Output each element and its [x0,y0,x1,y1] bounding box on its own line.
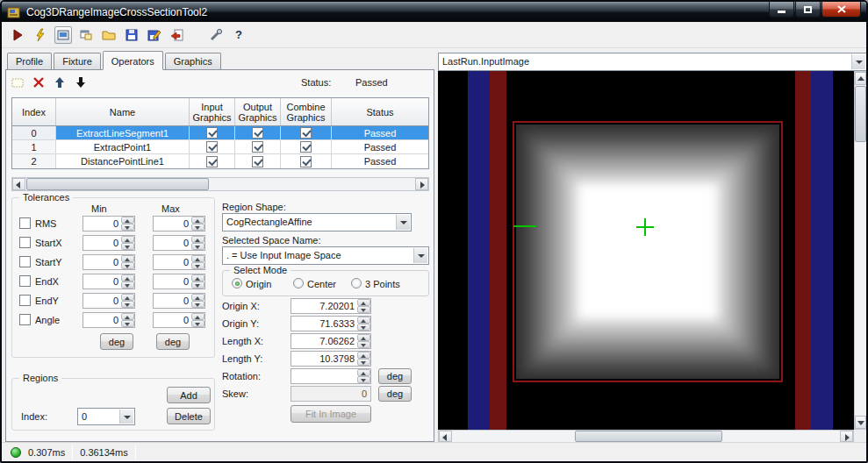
save-button[interactable] [123,26,140,44]
mode-3points-radio[interactable] [351,278,362,288]
spin-up-button[interactable] [357,369,370,376]
dropdown-arrow-icon[interactable] [851,54,865,69]
output-graphics-checkbox[interactable] [252,127,263,139]
row-index-cell[interactable]: 1 [12,140,56,153]
tolerance-endy-checkbox[interactable] [19,295,31,306]
value[interactable]: 0 [154,236,191,250]
region-index-dropdown[interactable]: 0 [77,408,135,425]
mode-origin-label[interactable]: Origin [246,279,271,289]
add-region-button[interactable]: Add [167,387,211,403]
spin-down-button[interactable] [357,341,370,348]
close-button[interactable] [821,2,861,18]
tolerance-endx-min-updown[interactable]: 0 [82,274,135,289]
tab-profile[interactable]: Profile [7,53,52,69]
dropdown-arrow-icon[interactable] [119,410,133,424]
origin-y-updown[interactable]: 71.6333 [291,316,371,331]
tolerance-angle-checkbox[interactable] [19,314,31,325]
space-name-dropdown[interactable]: . = Use Input Image Space [222,246,429,265]
tolerance-startx-min-updown[interactable]: 0 [82,235,135,251]
value[interactable]: 0 [83,236,121,250]
combine-graphics-checkbox[interactable] [300,127,312,139]
rotation-updown[interactable] [291,368,371,384]
spin-up-button[interactable] [121,313,134,320]
tolerance-angle-max-updown[interactable]: 0 [153,312,205,328]
mode-center-radio[interactable] [293,278,304,288]
spin-up-button[interactable] [357,352,370,359]
rotation-unit-button[interactable]: deg [378,368,412,384]
spin-up-button[interactable] [191,217,204,224]
dropdown-arrow-icon[interactable] [413,248,427,263]
row-index-cell[interactable]: 0 [12,126,56,139]
range-image-viewport[interactable] [438,71,854,430]
output-graphics-checkbox[interactable] [252,141,263,153]
length-y-updown[interactable]: 10.3798 [291,351,371,367]
spin-down-button[interactable] [121,243,134,250]
spin-down-button[interactable] [191,224,204,231]
spin-down-button[interactable] [121,224,134,231]
scroll-down-button[interactable] [855,416,866,429]
spin-up-button[interactable] [191,274,204,281]
spin-down-button[interactable] [357,324,370,331]
value[interactable]: 0 [83,294,121,308]
spin-down-button[interactable] [357,376,370,383]
scroll-right-button[interactable] [415,178,428,190]
spin-down-button[interactable] [191,320,204,327]
tolerance-starty-checkbox[interactable] [19,256,31,267]
tolerance-starty-min-updown[interactable]: 0 [82,254,135,270]
spin-down-button[interactable] [121,262,134,269]
value[interactable]: 0 [154,274,191,288]
spin-up-button[interactable] [121,274,134,281]
rotation-value[interactable] [291,369,357,383]
run-once-button[interactable] [32,26,49,44]
region-shape-dropdown[interactable]: CogRectangleAffine [222,213,412,232]
origin-y-value[interactable]: 71.6333 [291,317,357,331]
add-operator-button[interactable] [10,75,25,90]
dropdown-arrow-icon[interactable] [396,215,410,230]
value[interactable]: 0 [154,313,191,327]
mode-center-label[interactable]: Center [307,279,336,289]
column-header-output-graphics[interactable]: Output Graphics [235,98,281,125]
maximize-button[interactable] [795,2,821,18]
operator-row[interactable]: 0 ExtractLineSegment1 Passed [12,126,428,140]
spin-down-button[interactable] [191,243,204,250]
tolerance-endx-checkbox[interactable] [19,275,31,287]
minimize-button[interactable] [769,2,794,18]
input-graphics-checkbox[interactable] [206,156,218,167]
operator-name-cell[interactable]: ExtractLineSegment1 [56,126,190,139]
tolerance-endx-max-updown[interactable]: 0 [153,274,205,289]
output-graphics-checkbox[interactable] [252,156,263,167]
spin-up-button[interactable] [121,294,134,301]
move-up-button[interactable] [52,75,68,90]
float-window-button[interactable] [77,26,95,44]
column-header-index[interactable]: Index [12,98,56,125]
origin-x-value[interactable]: 7.20201 [291,299,357,313]
image-vertical-scrollbar[interactable] [854,71,867,430]
run-button[interactable] [9,26,26,44]
tolerance-starty-max-updown[interactable]: 0 [153,254,205,270]
spin-up-button[interactable] [121,236,134,243]
operator-name-cell[interactable]: DistancePointLine1 [56,154,190,168]
spin-down-button[interactable] [357,359,370,366]
scrollbar-thumb[interactable] [26,178,209,190]
tolerance-startx-max-updown[interactable]: 0 [153,235,205,251]
column-header-name[interactable]: Name [56,98,190,125]
scroll-left-button[interactable] [12,178,25,190]
image-horizontal-scrollbar[interactable] [438,430,854,443]
scroll-left-button[interactable] [439,431,452,442]
value[interactable]: 0 [154,217,191,231]
value[interactable]: 0 [154,294,191,308]
skew-unit-button[interactable]: deg [378,386,412,402]
scroll-right-button[interactable] [840,431,853,442]
spin-up-button[interactable] [357,299,370,306]
tolerance-rms-min-updown[interactable]: 0 [82,216,135,232]
spin-up-button[interactable] [121,255,134,262]
tolerance-angle-min-updown[interactable]: 0 [82,312,135,328]
value[interactable]: 0 [83,217,121,231]
tolerance-rms-checkbox[interactable] [19,217,31,229]
title-bar[interactable]: Cog3DRangeImageCrossSectionTool2 [2,2,866,22]
origin-x-updown[interactable]: 7.20201 [291,298,371,314]
spin-up-button[interactable] [121,217,134,224]
grid-horizontal-scrollbar[interactable] [11,177,429,191]
value[interactable]: 0 [154,255,191,269]
tab-graphics[interactable]: Graphics [165,53,221,69]
